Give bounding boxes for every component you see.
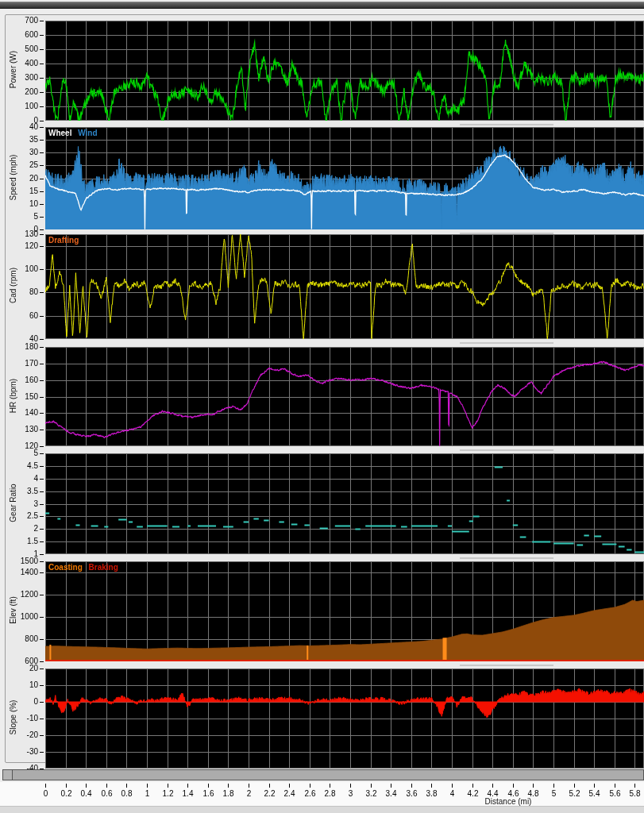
ride-plot-canvas[interactable] bbox=[5, 0, 644, 813]
ride-analysis-view: Power (W) Speed (mph) Cad (rpm) HR (bpm)… bbox=[0, 0, 644, 813]
ylabel-speed: Speed (mph) bbox=[9, 142, 17, 214]
legend-wind-label: Wind bbox=[78, 129, 97, 137]
speed-legend: Wheel Wind bbox=[48, 129, 102, 137]
ylabel-power: Power (W) bbox=[9, 34, 17, 106]
ylabel-cadence: Cad (rpm) bbox=[9, 250, 17, 322]
legend-wheel-label: Wheel bbox=[48, 129, 71, 137]
horizontal-scrollbar[interactable] bbox=[2, 769, 644, 780]
cadence-legend: Drafting bbox=[48, 236, 83, 245]
elev-legend: Coasting Braking bbox=[48, 563, 122, 572]
ylabel-slope: Slope (%) bbox=[9, 682, 17, 753]
ylabel-hr: HR (bpm) bbox=[9, 360, 17, 432]
x-axis-title: Distance (mi) bbox=[429, 797, 588, 806]
legend-drafting-label: Drafting bbox=[48, 236, 79, 245]
scrollbar-button[interactable] bbox=[3, 770, 13, 780]
legend-coasting-label: Coasting bbox=[48, 563, 83, 572]
legend-braking-label: Braking bbox=[89, 563, 118, 572]
ylabel-elev: Elev (ft) bbox=[9, 575, 17, 646]
ylabel-gear: Gear Ratio bbox=[9, 468, 17, 539]
